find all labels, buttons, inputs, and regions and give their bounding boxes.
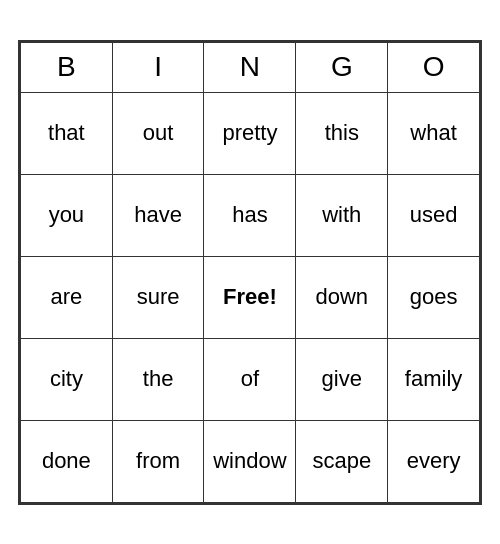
cell-r2-c2: Free! <box>204 256 296 338</box>
cell-r1-c3: with <box>296 174 388 256</box>
header-row: B I N G O <box>21 42 480 92</box>
cell-r4-c0: done <box>21 420 113 502</box>
bingo-card: B I N G O thatoutprettythiswhatyouhaveha… <box>18 40 482 505</box>
cell-r2-c4: goes <box>388 256 480 338</box>
cell-r0-c3: this <box>296 92 388 174</box>
cell-r3-c1: the <box>112 338 204 420</box>
cell-r1-c2: has <box>204 174 296 256</box>
cell-r0-c0: that <box>21 92 113 174</box>
cell-r1-c0: you <box>21 174 113 256</box>
cell-r1-c4: used <box>388 174 480 256</box>
cell-r1-c1: have <box>112 174 204 256</box>
header-o: O <box>388 42 480 92</box>
cell-r4-c4: every <box>388 420 480 502</box>
header-g: G <box>296 42 388 92</box>
cell-r3-c0: city <box>21 338 113 420</box>
cell-r0-c1: out <box>112 92 204 174</box>
cell-r3-c2: of <box>204 338 296 420</box>
table-row: thatoutprettythiswhat <box>21 92 480 174</box>
cell-r0-c2: pretty <box>204 92 296 174</box>
table-row: citytheofgivefamily <box>21 338 480 420</box>
cell-r2-c3: down <box>296 256 388 338</box>
cell-r2-c1: sure <box>112 256 204 338</box>
table-row: aresureFree!downgoes <box>21 256 480 338</box>
cell-r3-c3: give <box>296 338 388 420</box>
bingo-table: B I N G O thatoutprettythiswhatyouhaveha… <box>20 42 480 503</box>
cell-r0-c4: what <box>388 92 480 174</box>
header-n: N <box>204 42 296 92</box>
cell-r4-c2: window <box>204 420 296 502</box>
cell-r3-c4: family <box>388 338 480 420</box>
header-b: B <box>21 42 113 92</box>
cell-r2-c0: are <box>21 256 113 338</box>
bingo-body: thatoutprettythiswhatyouhavehaswithuseda… <box>21 92 480 502</box>
header-i: I <box>112 42 204 92</box>
table-row: donefromwindowscapeevery <box>21 420 480 502</box>
cell-r4-c3: scape <box>296 420 388 502</box>
table-row: youhavehaswithused <box>21 174 480 256</box>
cell-r4-c1: from <box>112 420 204 502</box>
